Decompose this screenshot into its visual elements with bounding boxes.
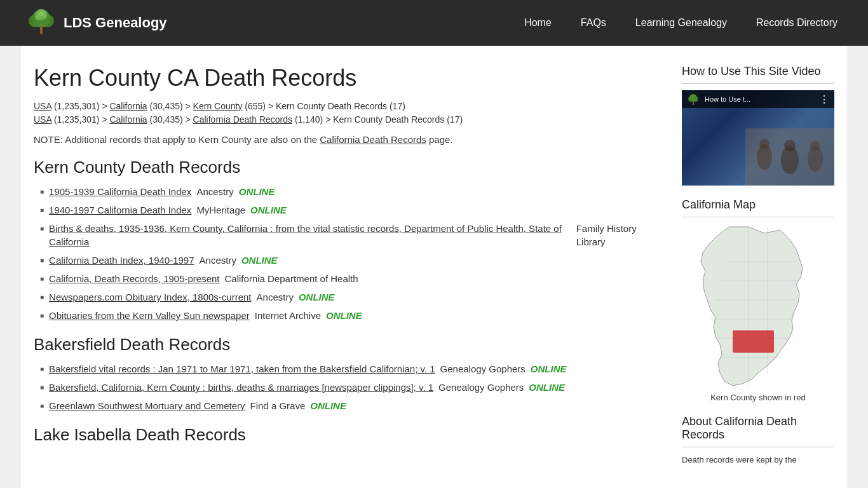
online-badge: ONLINE	[326, 309, 362, 322]
site-header: LDS Genealogy Home FAQs Learning Genealo…	[0, 0, 868, 46]
main-nav: Home FAQs Learning Genealogy Records Dir…	[519, 14, 843, 32]
online-badge: ONLINE	[531, 362, 567, 376]
main-content: Kern County CA Death Records USA (1,235,…	[34, 65, 663, 479]
svg-marker-19	[701, 227, 803, 386]
about-section-text: Death records were kept by the	[682, 454, 834, 466]
list-item: 1905-1939 California Death Index Ancestr…	[40, 185, 663, 198]
svg-point-7	[39, 11, 44, 16]
svg-point-9	[688, 97, 693, 102]
breadcrumb-1: USA (1,235,301) > California (30,435) > …	[34, 101, 663, 111]
sidebar-divider-2	[682, 217, 834, 217]
video-logo-icon	[687, 93, 700, 105]
list-item: Greenlawn Southwest Mortuary and Cemeter…	[40, 399, 663, 412]
video-top-bar: How to Use t... ⋮	[682, 90, 834, 108]
section-title-kern: Kern County Death Records	[34, 158, 663, 177]
breadcrumb-ca-death-link[interactable]: California Death Records	[193, 114, 292, 125]
sidebar-video-section: How to Use This Site Video How to Use t.…	[682, 65, 834, 186]
nav-records[interactable]: Records Directory	[751, 14, 843, 32]
list-item: Births & deaths, 1935-1936, Kern County,…	[40, 222, 663, 248]
online-badge: ONLINE	[239, 185, 275, 198]
list-item: California Death Index, 1940-1997 Ancest…	[40, 254, 663, 267]
online-badge: ONLINE	[250, 203, 287, 217]
list-item: Bakersfield vital records : Jan 1971 to …	[40, 362, 663, 376]
sidebar-divider-3	[682, 447, 834, 447]
sidebar: How to Use This Site Video How to Use t.…	[682, 65, 834, 479]
logo-tree-icon	[25, 7, 57, 39]
breadcrumb-california-link-1[interactable]: California	[109, 101, 147, 111]
online-badge: ONLINE	[529, 381, 565, 394]
svg-point-10	[693, 97, 698, 102]
online-badge: ONLINE	[299, 290, 335, 304]
california-map-svg	[691, 224, 825, 389]
kern-county-records-list: 1905-1939 California Death Index Ancestr…	[34, 185, 663, 322]
breadcrumb-2: USA (1,235,301) > California (30,435) > …	[34, 114, 663, 125]
ca-death-records-link[interactable]: California Death Records	[320, 134, 426, 145]
record-link-births-deaths-1935[interactable]: Births & deaths, 1935-1936, Kern County,…	[49, 222, 571, 248]
map-label: Kern County shown in red	[710, 393, 806, 402]
record-link-greenlawn-cemetery[interactable]: Greenlawn Southwest Mortuary and Cemeter…	[49, 399, 245, 412]
record-link-1905-1939[interactable]: 1905-1939 California Death Index	[49, 185, 191, 198]
page-title: Kern County CA Death Records	[34, 65, 663, 92]
record-link-kern-valley-sun[interactable]: Obituaries from the Kern Valley Sun news…	[49, 309, 250, 322]
svg-point-16	[784, 140, 796, 151]
nav-home[interactable]: Home	[519, 14, 557, 32]
video-scene-svg	[745, 128, 834, 186]
video-title-overlay: How to Use t...	[705, 95, 750, 103]
online-badge: ONLINE	[310, 399, 346, 412]
logo-area[interactable]: LDS Genealogy	[25, 7, 167, 39]
nav-faqs[interactable]: FAQs	[576, 14, 611, 32]
video-more-icon[interactable]: ⋮	[819, 93, 829, 105]
record-link-newspapers-obituary[interactable]: Newspapers.com Obituary Index, 1800s-cur…	[49, 290, 251, 304]
record-link-bakersfield-vital-1971[interactable]: Bakersfield vital records : Jan 1971 to …	[49, 362, 435, 376]
sidebar-about-title: About California Death Records	[682, 415, 834, 442]
video-people-overlay	[745, 128, 834, 186]
section-title-lake-isabella: Lake Isabella Death Records	[34, 425, 663, 445]
section-title-bakersfield: Bakersfield Death Records	[34, 335, 663, 355]
sidebar-map-section: California Map	[682, 198, 834, 402]
note-text: NOTE: Additional records that apply to K…	[34, 134, 663, 145]
sidebar-video-title: How to Use This Site Video	[682, 65, 834, 78]
svg-point-18	[810, 141, 820, 151]
svg-rect-28	[733, 330, 774, 353]
california-map-container: Kern County shown in red	[682, 224, 834, 402]
list-item: Bakersfield, California, Kern County : b…	[40, 381, 663, 394]
sidebar-about-section: About California Death Records Death rec…	[682, 415, 834, 466]
sidebar-divider-1	[682, 83, 834, 84]
svg-point-14	[759, 139, 770, 149]
bakersfield-records-list: Bakersfield vital records : Jan 1971 to …	[34, 362, 663, 412]
logo-text: LDS Genealogy	[64, 15, 167, 31]
record-link-1940-1997-myheritage[interactable]: 1940-1997 California Death Index	[49, 203, 191, 217]
list-item: 1940-1997 California Death Index MyHerit…	[40, 203, 663, 217]
breadcrumb-kern-link[interactable]: Kern County	[193, 101, 243, 111]
breadcrumb-usa-link-1[interactable]: USA	[34, 101, 51, 111]
video-thumbnail[interactable]: How to Use t... ⋮	[682, 90, 834, 186]
nav-learning[interactable]: Learning Genealogy	[630, 14, 732, 32]
page-wrapper: Kern County CA Death Records USA (1,235,…	[21, 46, 847, 488]
record-link-ca-death-index-1940[interactable]: California Death Index, 1940-1997	[49, 254, 194, 267]
record-link-bakersfield-births-deaths[interactable]: Bakersfield, California, Kern County : b…	[49, 381, 433, 394]
record-link-ca-death-records-1905[interactable]: California, Death Records, 1905-present	[49, 272, 219, 285]
svg-rect-4	[40, 26, 43, 34]
online-badge: ONLINE	[241, 254, 278, 267]
list-item: Newspapers.com Obituary Index, 1800s-cur…	[40, 290, 663, 304]
list-item: Obituaries from the Kern Valley Sun news…	[40, 309, 663, 322]
breadcrumb-usa-link-2[interactable]: USA	[34, 114, 51, 125]
svg-rect-11	[693, 102, 694, 105]
sidebar-map-title: California Map	[682, 198, 834, 212]
list-item: California, Death Records, 1905-present …	[40, 272, 663, 285]
breadcrumb-california-link-2[interactable]: California	[109, 114, 147, 125]
